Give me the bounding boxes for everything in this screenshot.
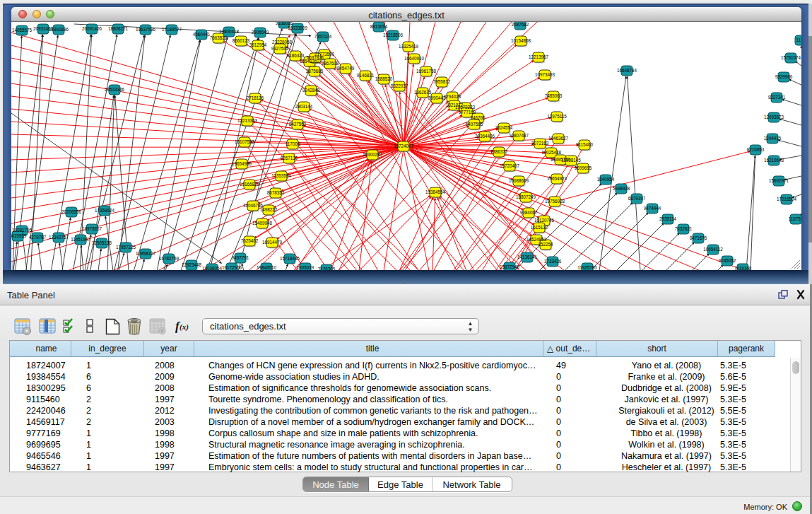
svg-text:16648784: 16648784: [617, 68, 637, 73]
svg-text:2906649: 2906649: [252, 30, 269, 35]
svg-text:1640954: 1640954: [597, 177, 615, 182]
svg-text:2803144: 2803144: [295, 104, 313, 109]
svg-text:11925780: 11925780: [577, 265, 597, 270]
svg-text:23226058: 23226058: [272, 40, 293, 45]
svg-text:2415959: 2415959: [11, 233, 27, 238]
svg-text:7357224: 7357224: [314, 34, 332, 39]
svg-text:19848510: 19848510: [257, 265, 277, 270]
svg-text:19384554: 19384554: [425, 189, 446, 194]
svg-text:5938928: 5938928: [613, 186, 630, 191]
svg-text:7955812: 7955812: [433, 79, 451, 84]
svg-text:19654985: 19654985: [232, 161, 252, 166]
svg-text:16914479: 16914479: [262, 240, 283, 245]
svg-text:18036054: 18036054: [202, 266, 223, 270]
svg-text:13325419: 13325419: [399, 44, 419, 49]
svg-text:8813054: 8813054: [370, 24, 388, 29]
svg-text:15718485: 15718485: [280, 256, 300, 261]
svg-text:9242848: 9242848: [302, 88, 320, 93]
svg-text:17189577: 17189577: [162, 27, 182, 32]
svg-text:7032621: 7032621: [675, 226, 693, 231]
svg-text:10291795: 10291795: [12, 228, 33, 233]
svg-text:(x): (x): [180, 322, 189, 332]
svg-text:2087682: 2087682: [512, 22, 529, 27]
svg-text:9146821: 9146821: [357, 73, 375, 78]
svg-text:6497565: 6497565: [466, 122, 483, 127]
svg-text:20364436: 20364436: [475, 134, 495, 139]
svg-text:8267130: 8267130: [281, 156, 298, 160]
svg-text:9084067: 9084067: [520, 210, 538, 215]
svg-text:8471676: 8471676: [690, 235, 707, 240]
svg-text:9245052: 9245052: [719, 258, 736, 263]
svg-text:7663822: 7663822: [210, 35, 228, 40]
svg-text:11353594: 11353594: [271, 173, 291, 178]
svg-text:8454749: 8454749: [337, 66, 355, 71]
svg-text:1733426: 1733426: [544, 259, 562, 264]
svg-text:16961758: 16961758: [416, 69, 437, 74]
svg-text:4279787: 4279787: [29, 235, 47, 240]
svg-text:10107553: 10107553: [235, 139, 255, 144]
svg-text:17359924: 17359924: [95, 208, 115, 213]
svg-text:16033809: 16033809: [288, 25, 308, 30]
svg-text:18392896: 18392896: [49, 27, 69, 32]
svg-text:9699695: 9699695: [575, 165, 592, 170]
svg-text:19672223: 19672223: [455, 105, 476, 110]
svg-text:20533346: 20533346: [105, 87, 125, 92]
svg-text:746266: 746266: [470, 115, 486, 120]
svg-text:20206556: 20206556: [61, 209, 82, 214]
svg-text:14136141: 14136141: [517, 255, 538, 259]
svg-text:7485063: 7485063: [545, 93, 563, 98]
svg-text:12093873: 12093873: [764, 115, 784, 119]
svg-text:16210643: 16210643: [764, 158, 784, 163]
svg-text:2867608: 2867608: [322, 61, 339, 66]
svg-text:2718126: 2718126: [247, 95, 264, 100]
svg-text:5037826: 5037826: [307, 55, 324, 60]
svg-text:14524851: 14524851: [526, 237, 547, 242]
svg-text:19218506: 19218506: [383, 33, 404, 37]
svg-text:15692971: 15692971: [769, 178, 789, 183]
svg-text:10654112: 10654112: [703, 247, 723, 252]
svg-text:10025438: 10025438: [541, 150, 562, 155]
svg-text:12213967: 12213967: [529, 54, 549, 59]
svg-text:9227341: 9227341: [768, 95, 786, 100]
svg-text:1615132: 1615132: [531, 225, 548, 230]
svg-text:7625402: 7625402: [241, 238, 259, 243]
svg-text:11938145: 11938145: [561, 158, 581, 163]
svg-text:19800418: 19800418: [219, 29, 240, 34]
svg-text:8322037: 8322037: [391, 83, 408, 88]
svg-text:116753: 116753: [789, 216, 801, 221]
svg-text:16120746: 16120746: [534, 218, 555, 223]
svg-text:8660123: 8660123: [233, 38, 250, 43]
svg-text:18808221: 18808221: [108, 26, 129, 31]
svg-text:8678352: 8678352: [267, 190, 285, 195]
svg-text:15720407: 15720407: [500, 163, 520, 168]
svg-text:17957225: 17957225: [116, 245, 136, 250]
svg-text:19637536: 19637536: [136, 27, 156, 32]
svg-text:3126305: 3126305: [318, 267, 336, 270]
svg-text:9777169: 9777169: [459, 110, 476, 115]
svg-text:19166825: 19166825: [240, 182, 260, 187]
svg-text:18724007: 18724007: [394, 144, 414, 148]
svg-text:9794028: 9794028: [444, 94, 461, 99]
svg-text:12975115: 12975115: [547, 114, 567, 119]
svg-text:3624554: 3624554: [495, 125, 513, 130]
svg-text:10688609: 10688609: [509, 178, 529, 183]
svg-text:20091406: 20091406: [82, 26, 102, 31]
svg-text:9115460: 9115460: [576, 142, 594, 147]
svg-text:6879197: 6879197: [628, 196, 646, 201]
svg-text:8186323: 8186323: [287, 53, 305, 58]
svg-text:17016504: 17016504: [777, 197, 797, 201]
svg-text:7419168: 7419168: [734, 266, 752, 270]
svg-text:16640910: 16640910: [404, 56, 425, 61]
svg-text:12342757: 12342757: [49, 235, 69, 240]
svg-text:9327505: 9327505: [271, 46, 289, 51]
svg-text:9474444: 9474444: [644, 206, 661, 211]
svg-text:8215953: 8215953: [747, 147, 765, 152]
svg-text:16172506: 16172506: [222, 265, 242, 270]
svg-text:10973493: 10973493: [535, 72, 555, 77]
svg-text:7386372: 7386372: [490, 149, 508, 154]
svg-text:3912954: 3912954: [249, 42, 267, 47]
svg-text:1935019: 1935019: [297, 265, 314, 270]
svg-text:9329966: 9329966: [775, 74, 793, 79]
svg-text:1244415: 1244415: [764, 136, 782, 141]
svg-text:10807487: 10807487: [509, 133, 529, 138]
